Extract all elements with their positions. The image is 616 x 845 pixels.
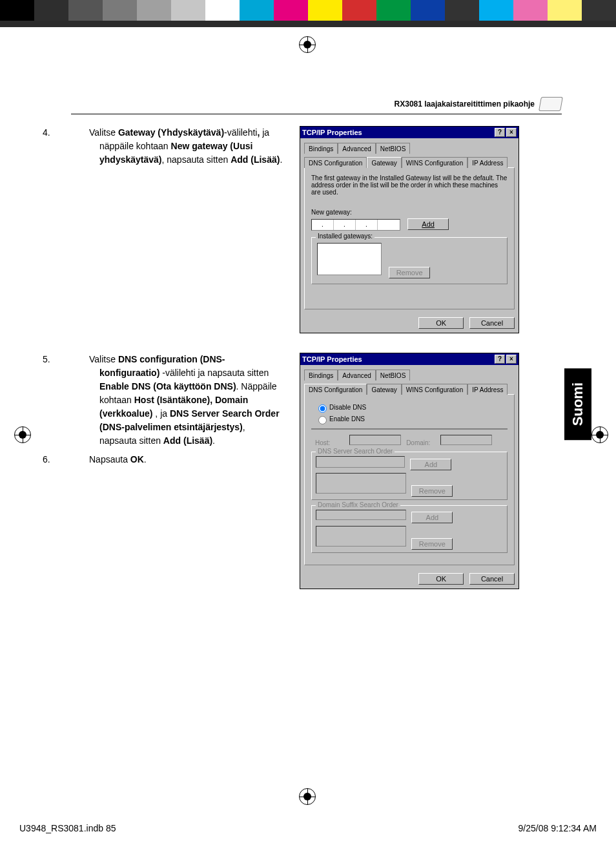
- instruction-step5-6: 5.Valitse DNS configuration (DNS-konfigu…: [71, 353, 284, 589]
- dialog-title: TCP/IP Properties: [302, 355, 362, 363]
- step-number: 6.: [71, 453, 89, 466]
- radio-enable-dns[interactable]: [318, 416, 327, 424]
- dialog-footer: OK Cancel: [300, 313, 518, 333]
- dialog-body: Disable DNS Enable DNS Host: Domain: DNS…: [304, 394, 515, 565]
- host-label: Host:: [315, 439, 347, 446]
- row-step5: 5.Valitse DNS configuration (DNS-konfigu…: [71, 353, 562, 589]
- tab-gateway[interactable]: Gateway: [367, 157, 401, 168]
- tab-winsconfig[interactable]: WINS Configuration: [402, 384, 467, 395]
- add-button[interactable]: Add: [407, 218, 449, 230]
- page-content: RX3081 laajakaistareitittimen pikaohje 4…: [71, 97, 562, 845]
- tcpip-dialog-dns: TCP/IP Properties ? × Bindings Advanced …: [300, 353, 519, 589]
- tabs-row1: Bindings Advanced NetBIOS: [300, 365, 518, 380]
- print-footer: U3948_RS3081.indb 85 9/25/08 9:12:34 AM: [19, 823, 597, 833]
- gateway-hint: The first gateway in the Installed Gatew…: [311, 174, 508, 196]
- dns-list[interactable]: [316, 473, 406, 494]
- remove-button[interactable]: Remove: [411, 538, 453, 550]
- new-gateway-label: New gateway:: [311, 209, 508, 216]
- remove-button[interactable]: Remove: [411, 485, 453, 497]
- row-step4: 4.Valitse Gateway (Yhdyskäytävä)-välileh…: [71, 126, 562, 333]
- installed-gateways-label: Installed gateways:: [316, 233, 375, 240]
- tcpip-dialog-gateway: TCP/IP Properties ? × Bindings Advanced …: [300, 126, 519, 333]
- registration-mark-icon: [14, 426, 31, 443]
- tab-ipaddress[interactable]: IP Address: [467, 157, 508, 168]
- dns-ip-input[interactable]: [316, 456, 405, 468]
- page-header: RX3081 laajakaistareitittimen pikaohje: [71, 97, 562, 114]
- add-button[interactable]: Add: [410, 459, 451, 470]
- tab-ipaddress[interactable]: IP Address: [467, 384, 508, 395]
- tabs-row1: Bindings Advanced NetBIOS: [300, 138, 518, 153]
- tab-advanced[interactable]: Advanced: [338, 370, 375, 381]
- step-number: 5.: [71, 353, 89, 366]
- dialog-footer: OK Cancel: [300, 569, 518, 589]
- help-button[interactable]: ?: [495, 128, 505, 137]
- suffix-order-label: Domain Suffix Search Order: [316, 501, 400, 508]
- dns-order-label: DNS Server Search Order: [316, 448, 395, 455]
- step-number: 4.: [71, 126, 89, 140]
- tab-netbios[interactable]: NetBIOS: [376, 370, 410, 381]
- domain-label: Domain:: [406, 439, 438, 446]
- router-icon: [539, 97, 563, 111]
- add-button[interactable]: Add: [411, 512, 453, 523]
- color-calibration-bar: [0, 0, 616, 21]
- tab-bindings[interactable]: Bindings: [304, 370, 338, 381]
- domain-input[interactable]: [440, 435, 492, 445]
- tab-dnsconfig[interactable]: DNS Configuration: [304, 384, 367, 395]
- language-tab: Suomi: [564, 368, 591, 440]
- ok-button[interactable]: OK: [418, 317, 464, 329]
- titlebar: TCP/IP Properties ? ×: [300, 127, 518, 138]
- remove-button[interactable]: Remove: [389, 267, 430, 278]
- tab-winsconfig[interactable]: WINS Configuration: [402, 157, 467, 168]
- tab-advanced[interactable]: Advanced: [338, 143, 375, 154]
- tab-bindings[interactable]: Bindings: [304, 143, 338, 154]
- radio-label: Disable DNS: [329, 404, 366, 411]
- suffix-input[interactable]: [316, 510, 406, 520]
- tabs-row2: DNS Configuration Gateway WINS Configura…: [300, 152, 518, 167]
- dialog1-shell: TCP/IP Properties ? × Bindings Advanced …: [300, 126, 519, 333]
- installed-gateways-list[interactable]: [317, 243, 382, 275]
- suffix-list[interactable]: [316, 526, 406, 547]
- step6-text: Napsauta OK.: [89, 454, 147, 464]
- dialog2-shell: TCP/IP Properties ? × Bindings Advanced …: [300, 353, 519, 589]
- ok-button[interactable]: OK: [418, 573, 464, 585]
- tab-dnsconfig[interactable]: DNS Configuration: [304, 157, 367, 168]
- close-button[interactable]: ×: [506, 128, 517, 137]
- footer-filename: U3948_RS3081.indb 85: [19, 823, 116, 833]
- cancel-button[interactable]: Cancel: [469, 317, 515, 329]
- titlebar: TCP/IP Properties ? ×: [300, 353, 518, 365]
- radio-disable-dns[interactable]: [318, 404, 327, 413]
- host-input[interactable]: [349, 435, 401, 445]
- step4-text: Valitse Gateway (Yhdyskäytävä)-välilehti…: [89, 127, 282, 165]
- header-title: RX3081 laajakaistareitittimen pikaohje: [395, 99, 535, 109]
- footer-datetime: 9/25/08 9:12:34 AM: [518, 823, 597, 833]
- registration-mark-icon: [299, 36, 316, 53]
- registration-mark-icon: [591, 426, 608, 443]
- top-dark-strip: [0, 21, 616, 27]
- close-button[interactable]: ×: [506, 355, 517, 364]
- new-gateway-input[interactable]: ...: [311, 219, 400, 231]
- tabs-row2: DNS Configuration Gateway WINS Configura…: [300, 379, 518, 394]
- step5-text: Valitse DNS configuration (DNS-konfigura…: [89, 354, 280, 446]
- instruction-step4: 4.Valitse Gateway (Yhdyskäytävä)-välileh…: [71, 126, 284, 333]
- radio-label: Enable DNS: [329, 415, 365, 422]
- help-button[interactable]: ?: [495, 355, 505, 364]
- tab-netbios[interactable]: NetBIOS: [376, 143, 410, 154]
- dialog-body: The first gateway in the Installed Gatew…: [304, 167, 515, 309]
- dialog-title: TCP/IP Properties: [302, 129, 362, 136]
- cancel-button[interactable]: Cancel: [469, 573, 515, 585]
- tab-gateway[interactable]: Gateway: [367, 384, 401, 395]
